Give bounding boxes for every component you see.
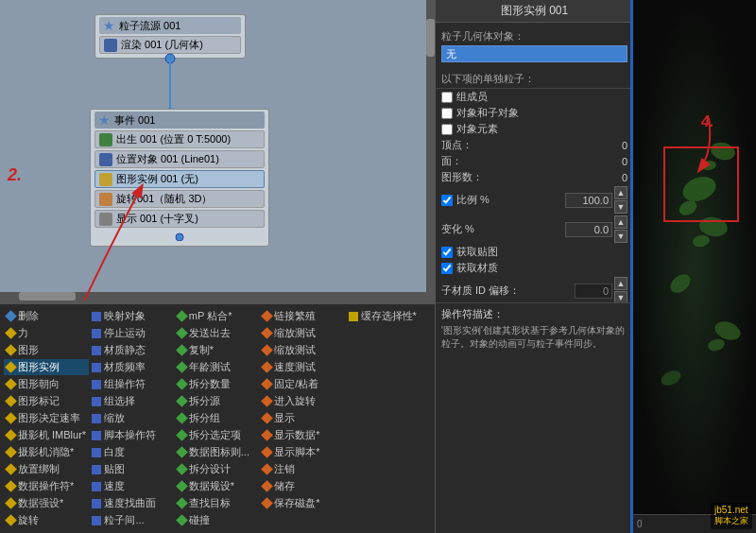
rotation-child[interactable]: 旋转001（随机 3D） xyxy=(94,190,265,208)
action-delete[interactable]: 删除 xyxy=(4,308,89,324)
display-child[interactable]: 显示 001 (十字叉) xyxy=(94,210,265,228)
birth-child[interactable]: 出生 001 (位置 0 T:5000) xyxy=(94,130,265,148)
right-panel: 图形实例 001 粒子几何体对象： 3. 以下项的单独粒子： 组成员 对象和子对… xyxy=(435,0,633,533)
action-particle-inter[interactable]: 粒子间... xyxy=(89,512,174,528)
action-shape-orient[interactable]: 图形朝向 xyxy=(4,376,89,392)
action-enter-rotate[interactable]: 进入旋转 xyxy=(260,393,345,409)
particle-flow-node[interactable]: ★ 粒子流源 001 渲染 001 (几何体) xyxy=(94,14,246,59)
action-send-out[interactable]: 发送出去 xyxy=(175,325,260,341)
action-mat-static[interactable]: 材质静态 xyxy=(89,342,174,358)
sub-mat-spinner[interactable]: ▲ ▼ xyxy=(575,277,627,302)
action-copy[interactable]: 复制* xyxy=(175,342,260,358)
store-label: 储存 xyxy=(274,479,295,493)
action-group-sel[interactable]: 组选择 xyxy=(89,393,174,409)
action-split-source[interactable]: 拆分源 xyxy=(175,393,260,409)
viewport-panel[interactable]: 4. 0 jb51.net 脚本之家 xyxy=(633,0,756,533)
action-camera-cull[interactable]: 摄影机消隐* xyxy=(4,444,89,460)
sub-mat-input[interactable] xyxy=(575,284,612,299)
action-speed[interactable]: 速度 xyxy=(89,478,174,494)
sub-mat-up-btn[interactable]: ▲ xyxy=(614,277,627,290)
render-label: 渲染 001 (几何体) xyxy=(121,38,203,52)
scale-up-btn[interactable]: ▲ xyxy=(614,186,627,199)
action-find-target[interactable]: 查找目标 xyxy=(175,495,260,511)
action-shape[interactable]: 图形 xyxy=(4,342,89,358)
action-speed-surface[interactable]: 速度找曲面 xyxy=(89,495,174,511)
action-shape-mark[interactable]: 图形标记 xyxy=(4,393,89,409)
action-place-bind[interactable]: 放置绑制 xyxy=(4,461,89,477)
action-mat-freq[interactable]: 材质频率 xyxy=(89,359,174,375)
rotation-label: 旋转001（随机 3D） xyxy=(116,192,212,206)
action-split-design[interactable]: 拆分设计 xyxy=(175,461,260,477)
action-age-test[interactable]: 年龄测试 xyxy=(175,359,260,375)
scale-spinner[interactable]: ▲ ▼ xyxy=(565,186,627,214)
action-data-chart[interactable]: 数据图标则... xyxy=(175,444,260,460)
action-scale[interactable]: 缩放 xyxy=(89,410,174,426)
h-scroll-thumb[interactable] xyxy=(19,292,76,301)
sub-mat-down-btn[interactable]: ▼ xyxy=(614,291,627,302)
action-group-op[interactable]: 组操作符 xyxy=(89,376,174,392)
checkbox-obj-children[interactable]: 对象和子对象 xyxy=(436,105,633,121)
action-data-op[interactable]: 数据操作符* xyxy=(4,478,89,494)
scale-input[interactable] xyxy=(565,193,612,208)
action-shape-instance[interactable]: 图形实例 xyxy=(4,359,89,375)
left-panel: 2. ★ 粒子流源 001 渲染 001 (几何体) xyxy=(0,0,435,533)
sub-mat-row[interactable]: 子材质 ID 偏移： ▲ ▼ xyxy=(436,276,633,302)
checkbox-members[interactable]: 组成员 xyxy=(436,89,633,105)
action-data-set[interactable]: 数据规设* xyxy=(175,478,260,494)
action-map-obj[interactable]: 映射对象 xyxy=(89,308,174,324)
action-rotate[interactable]: 旋转 xyxy=(4,512,89,528)
obj-children-checkbox[interactable] xyxy=(441,108,453,119)
action-scale-test[interactable]: 缩放测试 xyxy=(260,325,345,341)
action-data-force[interactable]: 数据强设* xyxy=(4,495,89,511)
var-down-btn[interactable]: ▼ xyxy=(614,230,627,243)
action-shape-speed[interactable]: 图形决定速率 xyxy=(4,410,89,426)
action-split-group[interactable]: 拆分组 xyxy=(175,410,260,426)
variation-input[interactable] xyxy=(565,222,612,237)
action-white[interactable]: 白度 xyxy=(89,444,174,460)
action-unregister[interactable]: 注销 xyxy=(260,461,345,477)
particle-geo-input[interactable] xyxy=(441,45,627,62)
action-split-count[interactable]: 拆分数量 xyxy=(175,376,260,392)
checkbox-obj-elements[interactable]: 对象元素 xyxy=(436,121,633,137)
action-collision[interactable]: 碰撞 xyxy=(175,512,260,528)
h-scrollbar[interactable] xyxy=(0,292,426,301)
position-child[interactable]: 位置对象 001 (Line01) xyxy=(94,150,265,168)
get-mat-checkbox[interactable] xyxy=(441,263,453,274)
action-cache-sel[interactable]: 缓存选择性* xyxy=(346,308,431,324)
shape-instance-child[interactable]: 图形实例 001 (无) xyxy=(94,170,265,188)
action-display[interactable]: 显示 xyxy=(260,410,345,426)
scale-down-btn[interactable]: ▼ xyxy=(614,200,627,214)
face-row: 面： 0 xyxy=(436,153,633,169)
checkbox-get-mat[interactable]: 获取材质 xyxy=(436,260,633,276)
action-scale-test2[interactable]: 缩放测试 xyxy=(260,342,345,358)
node-editor[interactable]: 2. ★ 粒子流源 001 渲染 001 (几何体) xyxy=(0,0,435,302)
event-node[interactable]: ★ 事件 001 出生 001 (位置 0 T:5000) 位置对象 001 (… xyxy=(90,109,269,247)
action-save-disk[interactable]: 保存磁盘* xyxy=(260,495,345,511)
action-stop-motion[interactable]: 停止运动 xyxy=(89,325,174,341)
action-store[interactable]: 储存 xyxy=(260,478,345,494)
var-up-btn[interactable]: ▲ xyxy=(614,215,627,229)
action-mp-glue[interactable]: mP 粘合* xyxy=(175,308,260,324)
action-display-data[interactable]: 显示数据* xyxy=(260,427,345,443)
action-display-script[interactable]: 显示脚本* xyxy=(260,444,345,460)
action-link-breed[interactable]: 链接繁殖 xyxy=(260,308,345,324)
scale-checkbox[interactable] xyxy=(441,195,453,206)
render-child[interactable]: 渲染 001 (几何体) xyxy=(99,36,241,54)
action-split-selected[interactable]: 拆分选定项 xyxy=(175,427,260,443)
members-checkbox[interactable] xyxy=(441,92,453,103)
action-force[interactable]: 力 xyxy=(4,325,89,341)
obj-elements-checkbox[interactable] xyxy=(441,124,453,135)
node-scrollbar[interactable] xyxy=(426,0,435,302)
node-scroll-thumb[interactable] xyxy=(426,19,435,57)
variation-spinner[interactable]: ▲ ▼ xyxy=(565,215,627,243)
variation-row[interactable]: 变化 % ▲ ▼ xyxy=(436,215,633,244)
action-stick[interactable]: 固定/粘着 xyxy=(260,376,345,392)
properties-panel: 图形实例 001 粒子几何体对象： 3. 以下项的单独粒子： 组成员 对象和子对… xyxy=(436,0,633,302)
action-texture[interactable]: 贴图 xyxy=(89,461,174,477)
get-map-checkbox[interactable] xyxy=(441,247,453,258)
checkbox-get-map[interactable]: 获取贴图 xyxy=(436,244,633,260)
action-speed-test[interactable]: 速度测试 xyxy=(260,359,345,375)
action-camera-blur[interactable]: 摄影机 IMBlur* xyxy=(4,427,89,443)
scale-row[interactable]: 比例 % ▲ ▼ xyxy=(436,185,633,215)
action-script-op[interactable]: 脚本操作符 xyxy=(89,427,174,443)
